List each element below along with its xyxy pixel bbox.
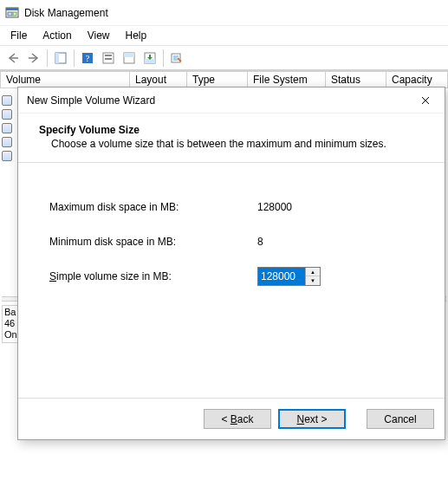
menu-view[interactable]: View xyxy=(81,28,117,43)
close-icon xyxy=(421,96,430,105)
new-simple-volume-wizard: New Simple Volume Wizard Specify Volume … xyxy=(17,87,445,440)
col-status[interactable]: Status xyxy=(326,71,386,88)
svg-rect-12 xyxy=(124,53,134,57)
svg-point-16 xyxy=(179,60,181,62)
toolbar-btn-show-hide[interactable] xyxy=(51,49,70,68)
menubar: File Action View Help xyxy=(0,26,448,46)
svg-rect-9 xyxy=(105,55,112,56)
cancel-button[interactable]: Cancel xyxy=(367,409,434,429)
col-layout[interactable]: Layout xyxy=(130,71,187,88)
spinner-down-button[interactable]: ▼ xyxy=(306,276,320,285)
volume-icon xyxy=(2,95,12,106)
volume-icon xyxy=(2,151,12,161)
column-headers: Volume Layout Type File System Status Ca… xyxy=(0,70,448,88)
toolbar-separator xyxy=(47,49,48,67)
close-button[interactable] xyxy=(406,88,445,113)
min-disk-label: Minimum disk space in MB: xyxy=(49,236,257,248)
col-volume[interactable]: Volume xyxy=(0,71,130,88)
wizard-heading: Specify Volume Size xyxy=(39,124,424,136)
max-disk-value: 128000 xyxy=(257,201,413,213)
volume-size-input[interactable] xyxy=(258,268,305,285)
toolbar-btn-view-top[interactable] xyxy=(120,49,139,68)
col-filesystem[interactable]: File System xyxy=(248,71,326,88)
svg-text:?: ? xyxy=(86,54,90,63)
volume-row-icons xyxy=(2,95,14,161)
toolbar-btn-view-bottom[interactable] xyxy=(140,49,159,68)
max-disk-label: Maximum disk space in MB: xyxy=(49,201,257,213)
toolbar-separator xyxy=(163,49,164,67)
main-titlebar: Disk Management xyxy=(0,0,448,26)
spinner-up-button[interactable]: ▲ xyxy=(306,268,320,276)
min-disk-value: 8 xyxy=(257,236,413,248)
svg-rect-2 xyxy=(8,12,12,16)
wizard-description: Choose a volume size that is between the… xyxy=(39,138,424,150)
app-title: Disk Management xyxy=(24,7,108,19)
col-capacity[interactable]: Capacity xyxy=(386,71,448,88)
toolbar-separator xyxy=(74,49,75,67)
toolbar: ? xyxy=(0,46,448,70)
wizard-footer: < Back Next > Cancel xyxy=(18,398,445,439)
row-min-disk: Minimum disk space in MB: 8 xyxy=(49,232,413,251)
volume-icon xyxy=(2,137,12,147)
wizard-titlebar: New Simple Volume Wizard xyxy=(18,88,445,114)
menu-action[interactable]: Action xyxy=(36,28,78,43)
wizard-body: Maximum disk space in MB: 128000 Minimum… xyxy=(18,163,445,310)
toolbar-btn-help[interactable]: ? xyxy=(78,49,97,68)
toolbar-btn-settings[interactable] xyxy=(99,49,118,68)
toolbar-btn-properties[interactable] xyxy=(167,49,186,68)
menu-help[interactable]: Help xyxy=(119,28,154,43)
volume-size-label: Simple volume size in MB: xyxy=(49,270,257,282)
row-volume-size: Simple volume size in MB: ▲ ▼ xyxy=(49,267,413,286)
nav-forward-button[interactable] xyxy=(24,49,43,68)
wizard-header: Specify Volume Size Choose a volume size… xyxy=(18,114,445,163)
col-type[interactable]: Type xyxy=(187,71,248,88)
back-button[interactable]: < Back xyxy=(204,409,271,429)
menu-file[interactable]: File xyxy=(3,28,34,43)
svg-rect-1 xyxy=(6,8,18,10)
nav-back-button[interactable] xyxy=(3,49,23,68)
svg-rect-5 xyxy=(55,53,59,63)
spinner-buttons: ▲ ▼ xyxy=(305,268,320,285)
svg-rect-10 xyxy=(105,58,112,60)
volume-icon xyxy=(2,123,12,133)
volume-size-spinner: ▲ ▼ xyxy=(257,267,321,286)
next-button[interactable]: Next > xyxy=(278,409,346,429)
row-max-disk: Maximum disk space in MB: 128000 xyxy=(49,198,413,217)
volume-icon xyxy=(2,109,12,120)
svg-rect-3 xyxy=(13,12,16,16)
wizard-title: New Simple Volume Wizard xyxy=(27,94,406,107)
disk-management-icon xyxy=(5,6,19,20)
